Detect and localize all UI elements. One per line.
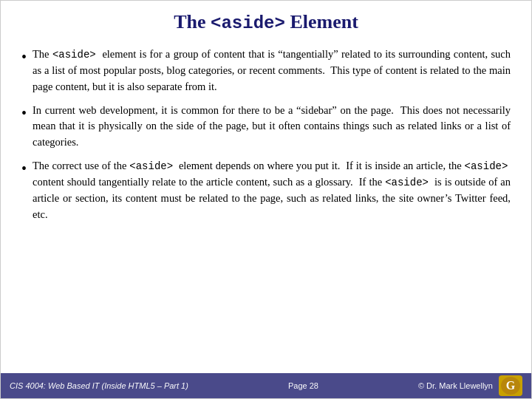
bullet-text-2: In current web development, it is common… — [33, 103, 511, 151]
footer-right-group: © Dr. Mark Llewellyn G — [418, 375, 522, 396]
bullet-text-3: The correct use of the <aside> element d… — [33, 158, 511, 223]
footer-course: CIS 4004: Web Based IT (Inside HTML5 – P… — [10, 381, 188, 390]
code-aside-1: <aside> — [52, 49, 96, 61]
code-aside-4: <aside> — [385, 177, 429, 188]
title-suffix: Element — [285, 11, 358, 33]
slide-title: The <aside> Element — [1, 1, 531, 41]
logo-icon: G — [500, 376, 521, 395]
footer-author: © Dr. Mark Llewellyn — [418, 381, 493, 390]
bullet-dot-2: • — [21, 103, 27, 123]
bullet-dot-1: • — [21, 47, 27, 67]
svg-text:G: G — [506, 379, 516, 392]
bullet-item-1: • The <aside> element is for a group of … — [21, 47, 511, 95]
bullet-item-3: • The correct use of the <aside> element… — [21, 158, 511, 223]
footer: CIS 4004: Web Based IT (Inside HTML5 – P… — [1, 373, 531, 398]
footer-logo: G — [499, 375, 522, 396]
bullet-text-1: The <aside> element is for a group of co… — [33, 47, 511, 95]
slide-content: • The <aside> element is for a group of … — [1, 41, 531, 373]
code-aside-2: <aside> — [129, 160, 173, 172]
bullet-dot-3: • — [21, 158, 27, 179]
title-prefix: The — [174, 11, 211, 33]
code-aside-3: <aside> — [465, 160, 508, 172]
bullet-item-2: • In current web development, it is comm… — [21, 103, 511, 151]
title-code: <aside> — [211, 13, 285, 33]
footer-page: Page 28 — [288, 381, 318, 390]
slide-container: The <aside> Element • The <aside> elemen… — [0, 0, 532, 399]
